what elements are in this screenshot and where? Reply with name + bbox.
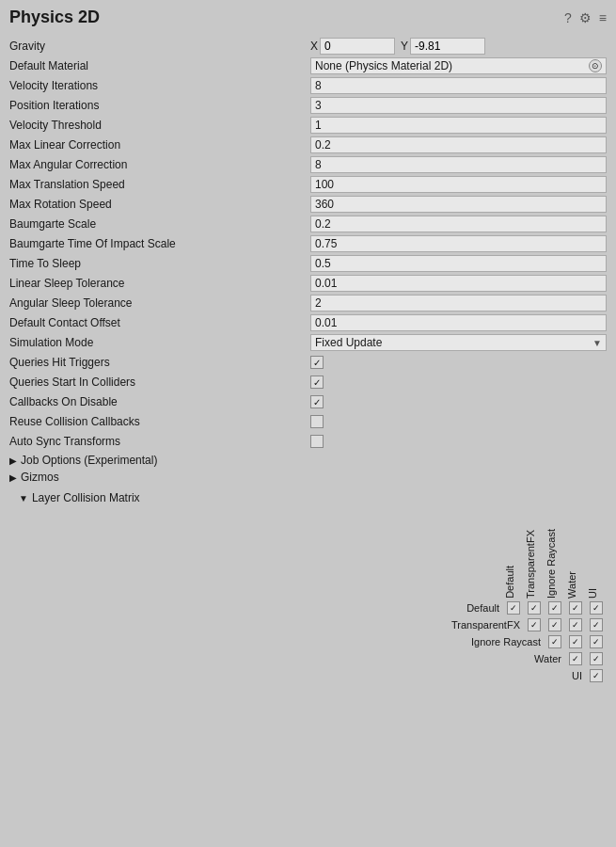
field-input-7[interactable] [310,216,607,232]
settings-icon[interactable]: ≡ [599,10,607,25]
field-label-6: Max Rotation Speed [9,198,310,211]
matrix-checkbox-3-0[interactable] [569,652,582,665]
matrix-cell-0-4 [587,600,606,615]
field-row-7: Baumgarte Scale [9,215,607,233]
field-value-11 [310,295,607,312]
checkbox-0[interactable] [310,356,324,369]
matrix-checkbox-1-3[interactable] [590,618,603,631]
gravity-y-input[interactable] [410,38,485,55]
checkbox-row-1: Queries Start In Colliders [9,373,607,392]
field-value-6 [310,196,607,213]
matrix-checkbox-0-3[interactable] [569,601,582,615]
section-label-1: Gizmos [21,471,59,484]
gravity-x-input[interactable] [320,38,395,55]
field-value-9 [310,255,607,272]
matrix-checkbox-4-0[interactable] [590,669,603,682]
checkbox-3[interactable] [310,415,324,428]
field-input-5[interactable] [310,176,607,193]
field-label-0: Velocity Iterations [9,79,310,92]
help-icon[interactable]: ? [564,10,572,25]
field-row-8: Baumgarte Time Of Impact Scale [9,234,607,253]
field-label-3: Max Linear Correction [9,138,310,152]
checkbox-2[interactable] [310,395,324,408]
section-arrow-1: ▶ [9,472,17,483]
matrix-cell-0-2 [545,600,564,615]
matrix-cell-4-0 [587,668,606,683]
matrix-checkbox-1-0[interactable] [528,618,541,631]
field-input-2[interactable] [310,117,607,134]
checkbox-value-1 [310,376,607,389]
matrix-row-label-3: Water [467,653,561,664]
matrix-row-label-2: Ignore Raycast [447,636,541,647]
layer-matrix-section: ▼Layer Collision MatrixDefaultTransparen… [9,489,607,683]
matrix-area: ▼Layer Collision MatrixDefaultTransparen… [19,489,607,683]
field-row-4: Max Angular Correction [9,155,607,174]
layer-collision-matrix-header[interactable]: ▼Layer Collision Matrix [19,489,607,506]
field-input-6[interactable] [310,196,607,213]
matrix-header-row: DefaultTransparentFXIgnore RaycastWaterU… [38,514,607,599]
checkbox-value-2 [310,395,607,408]
section-0[interactable]: ▶Job Options (Experimental) [9,452,607,469]
matrix-row-1: TransparentFX [38,617,607,632]
default-material-value-text: None (Physics Material 2D) [315,59,452,72]
matrix-row-0: Default [38,600,607,615]
field-input-11[interactable] [310,295,607,312]
matrix-checkbox-0-4[interactable] [590,601,603,615]
checkbox-label-3: Reuse Collision Callbacks [9,415,310,428]
section-label-0: Job Options (Experimental) [21,454,157,467]
matrix-checkbox-1-2[interactable] [569,618,582,631]
panel-title: Physics 2D [9,8,100,27]
checkbox-label-1: Queries Start In Colliders [9,376,310,389]
gravity-y-label: Y [401,40,408,53]
matrix-wrapper: DefaultTransparentFXIgnore RaycastWaterU… [38,514,607,683]
matrix-checkbox-0-0[interactable] [507,601,520,615]
field-input-0[interactable] [310,77,607,94]
field-input-9[interactable] [310,255,607,272]
simulation-mode-row: Simulation Mode Fixed Update ▼ [9,333,607,352]
gravity-value-area: X Y [310,38,607,55]
matrix-checkbox-3-1[interactable] [590,652,603,665]
field-input-1[interactable] [310,97,607,114]
checkbox-row-2: Callbacks On Disable [9,392,607,411]
field-label-10: Linear Sleep Tolerance [9,277,310,290]
section-1[interactable]: ▶Gizmos [9,469,607,486]
matrix-row-3: Water [38,651,607,666]
matrix-col-label-2: Ignore Raycast [545,529,557,599]
default-material-dropdown[interactable]: None (Physics Material 2D) ⊙ [310,57,607,74]
checkbox-1[interactable] [310,376,324,389]
matrix-checkbox-2-2[interactable] [590,635,603,648]
simulation-mode-arrow-icon: ▼ [592,338,602,348]
simulation-mode-dropdown[interactable]: Fixed Update ▼ [310,334,607,351]
field-input-4[interactable] [310,156,607,173]
field-label-1: Position Iterations [9,99,310,112]
matrix-checkbox-0-2[interactable] [548,601,561,615]
checkbox-value-0 [310,356,607,369]
checkbox-value-4 [310,435,607,448]
header-icons: ? ⚙ ≡ [564,10,607,25]
field-value-8 [310,235,607,252]
checkbox-label-2: Callbacks On Disable [9,395,310,408]
field-input-10[interactable] [310,275,607,292]
matrix-checkbox-2-1[interactable] [569,635,582,648]
field-row-0: Velocity Iterations [9,76,607,95]
field-input-3[interactable] [310,136,607,153]
default-material-circle-icon[interactable]: ⊙ [589,59,602,72]
menu-icon[interactable]: ⚙ [579,10,592,25]
field-value-7 [310,216,607,232]
matrix-checkbox-2-0[interactable] [548,635,561,648]
field-value-3 [310,136,607,153]
field-label-9: Time To Sleep [9,257,310,270]
layer-matrix-title: Layer Collision Matrix [32,491,140,504]
field-input-8[interactable] [310,235,607,252]
matrix-checkbox-1-1[interactable] [548,618,561,631]
field-input-12[interactable] [310,314,607,331]
checkbox-4[interactable] [310,435,324,448]
matrix-checkbox-0-1[interactable] [528,601,541,615]
checkbox-row-4: Auto Sync Transforms [9,432,607,451]
default-material-row: Default Material None (Physics Material … [9,56,607,75]
section-arrow-0: ▶ [9,455,17,466]
field-row-3: Max Linear Correction [9,136,607,154]
gravity-row: Gravity X Y [9,37,607,56]
field-value-12 [310,314,607,331]
matrix-cell-0-1 [525,600,544,615]
